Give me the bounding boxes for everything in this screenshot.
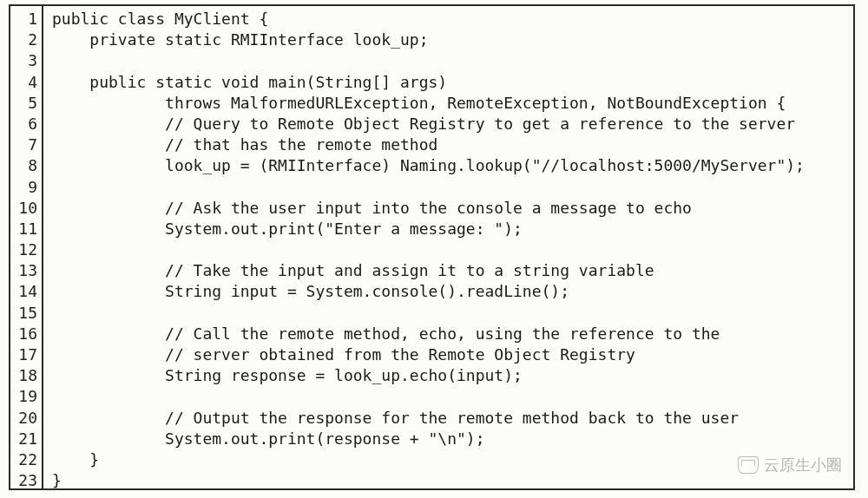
code-line: System.out.print("Enter a message: "); — [52, 219, 853, 239]
line-number: 19 — [10, 386, 37, 407]
code-line — [52, 386, 853, 407]
line-number: 4 — [10, 72, 37, 93]
code-line: } — [52, 449, 853, 470]
code-line: // Ask the user input into the console a… — [52, 198, 853, 219]
line-number: 21 — [10, 429, 37, 449]
code-line: private static RMIInterface look_up; — [52, 29, 853, 50]
code-line: // Output the response for the remote me… — [52, 408, 853, 429]
code-line — [52, 177, 853, 198]
line-number: 15 — [10, 303, 37, 324]
code-line: throws MalformedURLException, RemoteExce… — [52, 93, 853, 114]
line-number: 7 — [10, 134, 37, 155]
line-number: 3 — [10, 50, 37, 71]
code-line: String response = look_up.echo(input); — [52, 365, 853, 386]
code-line — [52, 303, 853, 324]
line-number: 13 — [10, 260, 37, 281]
code-line: System.out.print(response + "\n"); — [52, 429, 853, 449]
code-frame: 1234567891011121314151617181920212223 pu… — [9, 4, 855, 490]
line-number: 18 — [10, 365, 37, 386]
line-number: 20 — [10, 408, 37, 429]
line-number: 22 — [10, 449, 37, 470]
code-line — [52, 50, 853, 71]
line-number: 8 — [10, 155, 37, 176]
line-number: 11 — [10, 219, 37, 239]
line-number: 12 — [10, 239, 37, 260]
line-number: 9 — [10, 177, 37, 198]
line-number: 1 — [10, 9, 37, 29]
line-number: 6 — [10, 114, 37, 134]
code-line: // Call the remote method, echo, using t… — [52, 324, 853, 344]
code-area: public class MyClient { private static R… — [43, 6, 853, 488]
code-line: look_up = (RMIInterface) Naming.lookup("… — [52, 155, 853, 176]
line-number: 23 — [10, 470, 37, 491]
code-line: // Query to Remote Object Registry to ge… — [52, 114, 853, 134]
line-number: 2 — [10, 29, 37, 50]
line-number: 16 — [10, 324, 37, 344]
code-line: // that has the remote method — [52, 134, 853, 155]
line-number: 14 — [10, 281, 37, 302]
code-line: public class MyClient { — [52, 9, 853, 29]
code-line — [52, 239, 853, 260]
code-line: // server obtained from the Remote Objec… — [52, 344, 853, 365]
code-line: } — [52, 470, 853, 488]
line-number: 17 — [10, 344, 37, 365]
line-number-gutter: 1234567891011121314151617181920212223 — [10, 6, 43, 488]
line-number: 5 — [10, 93, 37, 114]
line-number: 10 — [10, 198, 37, 219]
code-line: // Take the input and assign it to a str… — [52, 260, 853, 281]
code-line: public static void main(String[] args) — [52, 72, 853, 93]
code-line: String input = System.console().readLine… — [52, 281, 853, 302]
